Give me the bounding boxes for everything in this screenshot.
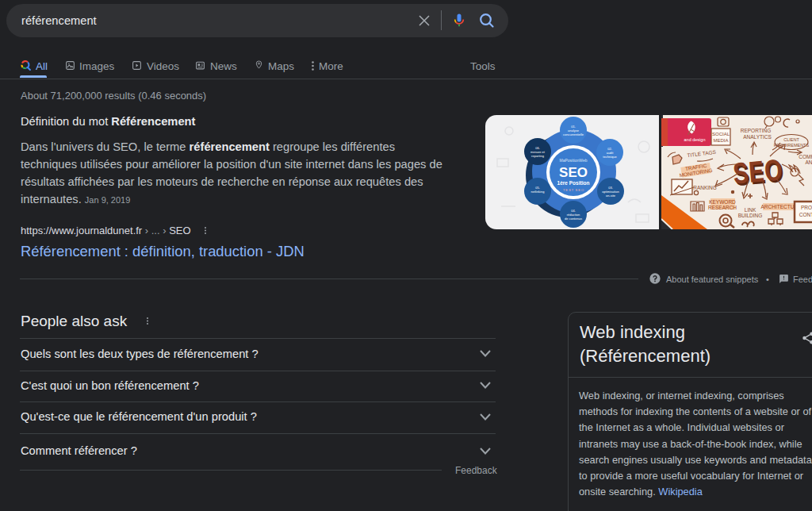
svg-text:RESEARCH: RESEARCH (708, 205, 737, 210)
svg-text:LINK: LINK (745, 207, 756, 213)
svg-text:T E S T S E O: T E S T S E O (563, 188, 584, 192)
svg-text:MEDIA: MEDIA (713, 138, 728, 143)
svg-text:1ère Position: 1ère Position (557, 180, 590, 186)
svg-text:REPORTING: REPORTING (741, 128, 772, 133)
svg-text:ANALYTICS: ANALYTICS (743, 134, 772, 140)
svg-text:TITLE TAGS: TITLE TAGS (687, 149, 717, 158)
svg-text:CONT: CONT (799, 212, 812, 217)
svg-text:PRO: PRO (801, 205, 812, 210)
svg-text:CLIENT: CLIENT (783, 137, 799, 142)
svg-text:KEYWORD: KEYWORD (709, 199, 736, 205)
svg-text:reporting: reporting (531, 154, 544, 158)
svg-text:SOCIAL: SOCIAL (712, 132, 730, 136)
svg-text:REQUIREMENTS: REQUIREMENTS (774, 143, 810, 148)
svg-text:technique: technique (603, 155, 617, 159)
svg-text:and design: and design (684, 137, 706, 142)
svg-text:MaPositionWeb: MaPositionWeb (560, 158, 588, 163)
svg-text:concurrentielle: concurrentielle (563, 133, 584, 136)
svg-text:AN: AN (805, 159, 812, 165)
svg-text:on-site: on-site (606, 194, 616, 198)
svg-text:netlinking: netlinking (531, 190, 545, 194)
svg-text:RANKING: RANKING (693, 185, 717, 190)
svg-text:BUILDING: BUILDING (738, 213, 763, 218)
svg-text:SEO: SEO (559, 165, 588, 180)
svg-text:COMP: COMP (799, 154, 812, 159)
svg-text:de contenus: de contenus (565, 217, 582, 221)
